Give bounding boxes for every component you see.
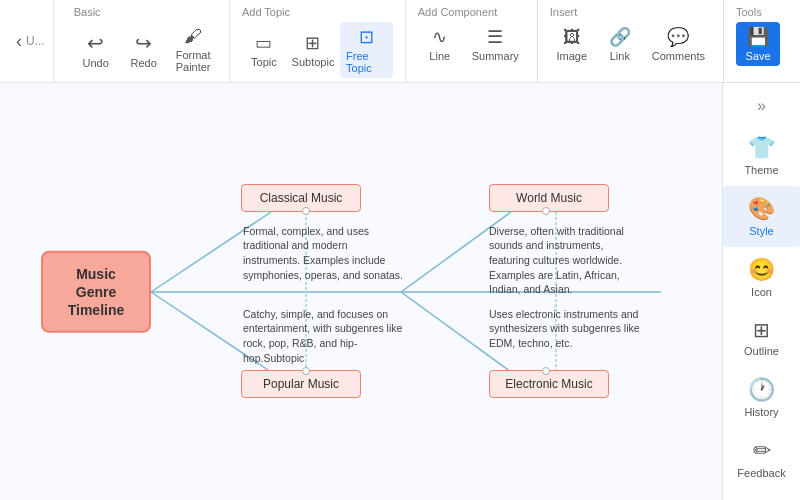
outline-icon: ⊞	[753, 318, 770, 342]
add-topic-label: Add Topic	[242, 6, 290, 18]
undo-button[interactable]: ↩ Undo	[74, 27, 118, 73]
insert-items: 🖼 Image 🔗 Link 💬 Comments	[550, 22, 711, 66]
redo-icon: ↪	[135, 31, 152, 55]
insert-section: Insert 🖼 Image 🔗 Link 💬 Comments	[538, 0, 724, 82]
history-label: History	[744, 406, 778, 418]
redo-label: Redo	[131, 57, 157, 69]
style-label: Style	[749, 225, 773, 237]
history-icon: 🕐	[748, 377, 775, 403]
image-icon: 🖼	[563, 27, 581, 48]
format-painter-label: Format Painter	[176, 49, 211, 73]
outline-label: Outline	[744, 345, 779, 357]
world-desc-text: Diverse, often with traditional sounds a…	[489, 225, 624, 296]
subtopic-icon: ⊞	[305, 32, 320, 54]
topic-button[interactable]: ▭ Topic	[242, 28, 286, 72]
add-topic-section: Add Topic ▭ Topic ⊞ Subtopic ⊡ Free Topi…	[230, 0, 406, 82]
toolbar: ‹ U... Basic ↩ Undo ↪ Redo 🖌 Format Pain…	[0, 0, 800, 83]
tools-label: Tools	[736, 6, 762, 18]
format-painter-button[interactable]: 🖌 Format Painter	[170, 22, 217, 77]
add-component-label: Add Component	[418, 6, 498, 18]
save-button[interactable]: 💾 Save	[736, 22, 780, 66]
popular-music-box[interactable]: Popular Music	[241, 370, 361, 398]
canvas[interactable]: Music Genre Timeline Classical Music Wor…	[0, 83, 722, 500]
world-desc: Diverse, often with traditional sounds a…	[489, 224, 639, 297]
sidebar-item-style[interactable]: 🎨 Style	[723, 186, 800, 247]
doc-title: U...	[26, 34, 45, 48]
electronic-music-box[interactable]: Electronic Music	[489, 370, 609, 398]
comments-label: Comments	[652, 50, 705, 62]
feedback-icon: ✏	[753, 438, 771, 464]
undo-label: Undo	[83, 57, 109, 69]
central-topic-text: Music Genre Timeline	[68, 265, 125, 317]
subtopic-btn-label: Subtopic	[292, 56, 335, 68]
comments-icon: 💬	[667, 26, 689, 48]
sidebar-item-icon[interactable]: 😊 Icon	[723, 247, 800, 308]
basic-items: ↩ Undo ↪ Redo 🖌 Format Painter	[74, 22, 217, 77]
image-button[interactable]: 🖼 Image	[550, 23, 594, 66]
back-icon: ‹	[16, 31, 22, 52]
sidebar: » 👕 Theme 🎨 Style 😊 Icon ⊞ Outline 🕐 His…	[722, 83, 800, 500]
electronic-desc: Uses electronic instruments and synthesi…	[489, 307, 644, 351]
sidebar-item-history[interactable]: 🕐 History	[723, 367, 800, 428]
world-dot	[542, 207, 550, 215]
summary-label: Summary	[472, 50, 519, 62]
add-component-items: ∿ Line ☰ Summary	[418, 22, 525, 66]
classical-music-label: Classical Music	[260, 191, 343, 205]
back-button[interactable]: ‹ U...	[8, 0, 54, 82]
popular-dot	[302, 367, 310, 375]
save-label: Save	[745, 50, 770, 62]
topic-btn-label: Topic	[251, 56, 277, 68]
popular-desc: Catchy, simple, and focuses on entertain…	[243, 307, 403, 366]
electronic-dot	[542, 367, 550, 375]
free-topic-btn-label: Free Topic	[346, 50, 387, 74]
diagram-container: Music Genre Timeline Classical Music Wor…	[21, 152, 701, 432]
sidebar-item-theme[interactable]: 👕 Theme	[723, 125, 800, 186]
free-topic-icon: ⊡	[359, 26, 374, 48]
tools-section: Tools 💾 Save	[724, 0, 792, 82]
undo-icon: ↩	[87, 31, 104, 55]
style-icon: 🎨	[748, 196, 775, 222]
theme-icon: 👕	[748, 135, 775, 161]
summary-button[interactable]: ☰ Summary	[466, 22, 525, 66]
image-label: Image	[557, 50, 588, 62]
popular-music-label: Popular Music	[263, 377, 339, 391]
sidebar-item-outline[interactable]: ⊞ Outline	[723, 308, 800, 367]
main-area: Music Genre Timeline Classical Music Wor…	[0, 83, 800, 500]
add-topic-items: ▭ Topic ⊞ Subtopic ⊡ Free Topic	[242, 22, 393, 78]
link-label: Link	[610, 50, 630, 62]
comments-button[interactable]: 💬 Comments	[646, 22, 711, 66]
subtopic-button[interactable]: ⊞ Subtopic	[290, 28, 336, 72]
feedback-label: Feedback	[737, 467, 785, 479]
free-topic-button[interactable]: ⊡ Free Topic	[340, 22, 393, 78]
basic-label: Basic	[74, 6, 101, 18]
summary-icon: ☰	[487, 26, 503, 48]
central-topic[interactable]: Music Genre Timeline	[41, 250, 151, 333]
icon-label: Icon	[751, 286, 772, 298]
theme-label: Theme	[744, 164, 778, 176]
popular-desc-text: Catchy, simple, and focuses on entertain…	[243, 308, 402, 364]
electronic-music-label: Electronic Music	[505, 377, 592, 391]
line-button[interactable]: ∿ Line	[418, 22, 462, 66]
save-icon: 💾	[747, 26, 769, 48]
sidebar-item-feedback[interactable]: ✏ Feedback	[723, 428, 800, 489]
redo-button[interactable]: ↪ Redo	[122, 27, 166, 73]
format-painter-icon: 🖌	[184, 26, 202, 47]
electronic-desc-text: Uses electronic instruments and synthesi…	[489, 308, 640, 349]
link-icon: 🔗	[609, 26, 631, 48]
basic-section: Basic ↩ Undo ↪ Redo 🖌 Format Painter	[62, 0, 230, 82]
classical-desc-text: Formal, complex, and uses traditional an…	[243, 225, 403, 281]
icon-icon: 😊	[748, 257, 775, 283]
line-label: Line	[429, 50, 450, 62]
line-icon: ∿	[432, 26, 447, 48]
topic-icon: ▭	[255, 32, 272, 54]
sidebar-expand-button[interactable]: »	[751, 91, 772, 121]
classical-desc: Formal, complex, and uses traditional an…	[243, 224, 403, 283]
insert-label: Insert	[550, 6, 578, 18]
tools-items: 💾 Save	[736, 22, 780, 66]
add-component-section: Add Component ∿ Line ☰ Summary	[406, 0, 538, 82]
classical-dot	[302, 207, 310, 215]
world-music-label: World Music	[516, 191, 582, 205]
link-button[interactable]: 🔗 Link	[598, 22, 642, 66]
classical-music-box[interactable]: Classical Music	[241, 184, 361, 212]
